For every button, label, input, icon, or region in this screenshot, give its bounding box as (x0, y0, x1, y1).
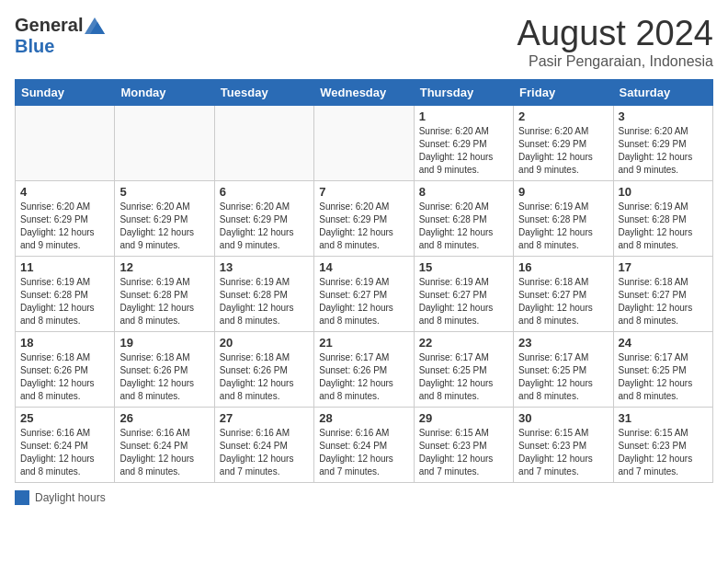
day-number: 22 (419, 336, 508, 350)
day-info: Sunrise: 6:16 AM Sunset: 6:24 PM Dayligh… (319, 427, 408, 478)
legend: Daylight hours (15, 490, 713, 505)
day-number: 3 (619, 109, 708, 123)
day-info: Sunrise: 6:19 AM Sunset: 6:28 PM Dayligh… (619, 201, 708, 252)
calendar-day-cell: 30Sunrise: 6:15 AM Sunset: 6:23 PM Dayli… (514, 407, 613, 482)
day-info: Sunrise: 6:20 AM Sunset: 6:29 PM Dayligh… (419, 125, 508, 177)
calendar-weekday-header: Sunday (16, 79, 115, 105)
calendar-day-cell: 20Sunrise: 6:18 AM Sunset: 6:26 PM Dayli… (214, 331, 313, 407)
calendar-day-cell (115, 105, 214, 180)
calendar-day-cell: 10Sunrise: 6:19 AM Sunset: 6:28 PM Dayli… (613, 180, 712, 256)
day-info: Sunrise: 6:16 AM Sunset: 6:24 PM Dayligh… (220, 427, 309, 478)
legend-label: Daylight hours (35, 491, 106, 504)
day-info: Sunrise: 6:16 AM Sunset: 6:24 PM Dayligh… (119, 427, 209, 478)
day-number: 11 (20, 260, 109, 274)
day-number: 14 (319, 260, 408, 274)
location-title: Pasir Pengaraian, Indonesia (518, 53, 713, 70)
day-info: Sunrise: 6:20 AM Sunset: 6:29 PM Dayligh… (319, 201, 408, 252)
day-number: 29 (419, 411, 508, 425)
calendar-day-cell: 1Sunrise: 6:20 AM Sunset: 6:29 PM Daylig… (414, 105, 513, 180)
day-number: 21 (319, 336, 408, 350)
calendar-week-row: 18Sunrise: 6:18 AM Sunset: 6:26 PM Dayli… (16, 331, 713, 407)
day-number: 20 (220, 336, 309, 350)
month-title: August 2024 (518, 15, 713, 53)
day-number: 8 (419, 185, 508, 199)
calendar-day-cell: 22Sunrise: 6:17 AM Sunset: 6:25 PM Dayli… (414, 331, 513, 407)
day-info: Sunrise: 6:18 AM Sunset: 6:26 PM Dayligh… (20, 351, 109, 403)
day-number: 15 (419, 260, 508, 274)
day-number: 26 (119, 411, 209, 425)
day-info: Sunrise: 6:19 AM Sunset: 6:28 PM Dayligh… (518, 201, 608, 252)
day-info: Sunrise: 6:17 AM Sunset: 6:25 PM Dayligh… (518, 351, 608, 403)
day-number: 6 (220, 185, 309, 199)
title-area: August 2024 Pasir Pengaraian, Indonesia (518, 15, 713, 70)
day-info: Sunrise: 6:20 AM Sunset: 6:29 PM Dayligh… (20, 201, 109, 252)
day-number: 10 (619, 185, 708, 199)
calendar-day-cell: 12Sunrise: 6:19 AM Sunset: 6:28 PM Dayli… (115, 256, 214, 331)
day-number: 2 (518, 109, 608, 123)
calendar-day-cell: 4Sunrise: 6:20 AM Sunset: 6:29 PM Daylig… (16, 180, 115, 256)
day-info: Sunrise: 6:18 AM Sunset: 6:27 PM Dayligh… (619, 276, 708, 327)
day-number: 4 (20, 185, 109, 199)
calendar-day-cell: 5Sunrise: 6:20 AM Sunset: 6:29 PM Daylig… (115, 180, 214, 256)
calendar-week-row: 1Sunrise: 6:20 AM Sunset: 6:29 PM Daylig… (16, 105, 713, 180)
calendar-day-cell: 2Sunrise: 6:20 AM Sunset: 6:29 PM Daylig… (514, 105, 613, 180)
logo-blue-text: Blue (15, 36, 54, 57)
calendar-day-cell: 26Sunrise: 6:16 AM Sunset: 6:24 PM Dayli… (115, 407, 214, 482)
day-info: Sunrise: 6:17 AM Sunset: 6:26 PM Dayligh… (319, 351, 408, 403)
calendar-day-cell: 27Sunrise: 6:16 AM Sunset: 6:24 PM Dayli… (214, 407, 313, 482)
calendar-week-row: 11Sunrise: 6:19 AM Sunset: 6:28 PM Dayli… (16, 256, 713, 331)
calendar-day-cell: 11Sunrise: 6:19 AM Sunset: 6:28 PM Dayli… (16, 256, 115, 331)
calendar-day-cell (214, 105, 313, 180)
day-info: Sunrise: 6:19 AM Sunset: 6:28 PM Dayligh… (20, 276, 109, 327)
day-number: 19 (119, 336, 209, 350)
calendar-day-cell: 3Sunrise: 6:20 AM Sunset: 6:29 PM Daylig… (613, 105, 712, 180)
day-info: Sunrise: 6:20 AM Sunset: 6:29 PM Dayligh… (518, 125, 608, 177)
calendar-day-cell: 17Sunrise: 6:18 AM Sunset: 6:27 PM Dayli… (613, 256, 712, 331)
day-info: Sunrise: 6:17 AM Sunset: 6:25 PM Dayligh… (419, 351, 508, 403)
day-info: Sunrise: 6:18 AM Sunset: 6:26 PM Dayligh… (119, 351, 209, 403)
day-info: Sunrise: 6:18 AM Sunset: 6:26 PM Dayligh… (220, 351, 309, 403)
day-info: Sunrise: 6:15 AM Sunset: 6:23 PM Dayligh… (619, 427, 708, 478)
day-info: Sunrise: 6:17 AM Sunset: 6:25 PM Dayligh… (619, 351, 708, 403)
calendar-day-cell: 16Sunrise: 6:18 AM Sunset: 6:27 PM Dayli… (514, 256, 613, 331)
calendar-weekday-header: Tuesday (214, 79, 313, 105)
day-number: 17 (619, 260, 708, 274)
calendar-day-cell: 15Sunrise: 6:19 AM Sunset: 6:27 PM Dayli… (414, 256, 513, 331)
calendar-day-cell: 7Sunrise: 6:20 AM Sunset: 6:29 PM Daylig… (314, 180, 414, 256)
day-number: 13 (220, 260, 309, 274)
day-info: Sunrise: 6:20 AM Sunset: 6:29 PM Dayligh… (619, 125, 708, 177)
day-number: 16 (518, 260, 608, 274)
calendar-day-cell: 25Sunrise: 6:16 AM Sunset: 6:24 PM Dayli… (16, 407, 115, 482)
day-number: 1 (419, 109, 508, 123)
day-info: Sunrise: 6:16 AM Sunset: 6:24 PM Dayligh… (20, 427, 109, 478)
logo-icon (85, 17, 105, 34)
day-number: 25 (20, 411, 109, 425)
day-number: 18 (20, 336, 109, 350)
calendar-weekday-header: Monday (115, 79, 214, 105)
calendar-weekday-header: Thursday (414, 79, 513, 105)
day-number: 23 (518, 336, 608, 350)
day-number: 5 (119, 185, 209, 199)
day-info: Sunrise: 6:15 AM Sunset: 6:23 PM Dayligh… (419, 427, 508, 478)
day-info: Sunrise: 6:19 AM Sunset: 6:28 PM Dayligh… (119, 276, 209, 327)
page-header: General Blue August 2024 Pasir Pengaraia… (15, 15, 713, 70)
calendar-day-cell: 13Sunrise: 6:19 AM Sunset: 6:28 PM Dayli… (214, 256, 313, 331)
day-number: 31 (619, 411, 708, 425)
calendar-day-cell: 14Sunrise: 6:19 AM Sunset: 6:27 PM Dayli… (314, 256, 414, 331)
calendar-day-cell: 18Sunrise: 6:18 AM Sunset: 6:26 PM Dayli… (16, 331, 115, 407)
calendar-weekday-header: Saturday (613, 79, 712, 105)
calendar-day-cell: 21Sunrise: 6:17 AM Sunset: 6:26 PM Dayli… (314, 331, 414, 407)
day-info: Sunrise: 6:15 AM Sunset: 6:23 PM Dayligh… (518, 427, 608, 478)
calendar-header-row: SundayMondayTuesdayWednesdayThursdayFrid… (16, 79, 713, 105)
calendar-day-cell (16, 105, 115, 180)
calendar-day-cell: 24Sunrise: 6:17 AM Sunset: 6:25 PM Dayli… (613, 331, 712, 407)
logo: General Blue (15, 15, 105, 57)
calendar-day-cell: 28Sunrise: 6:16 AM Sunset: 6:24 PM Dayli… (314, 407, 414, 482)
calendar-day-cell: 9Sunrise: 6:19 AM Sunset: 6:28 PM Daylig… (514, 180, 613, 256)
day-info: Sunrise: 6:18 AM Sunset: 6:27 PM Dayligh… (518, 276, 608, 327)
day-number: 12 (119, 260, 209, 274)
day-info: Sunrise: 6:19 AM Sunset: 6:27 PM Dayligh… (319, 276, 408, 327)
calendar-day-cell: 23Sunrise: 6:17 AM Sunset: 6:25 PM Dayli… (514, 331, 613, 407)
legend-color-box (15, 490, 29, 505)
day-number: 24 (619, 336, 708, 350)
